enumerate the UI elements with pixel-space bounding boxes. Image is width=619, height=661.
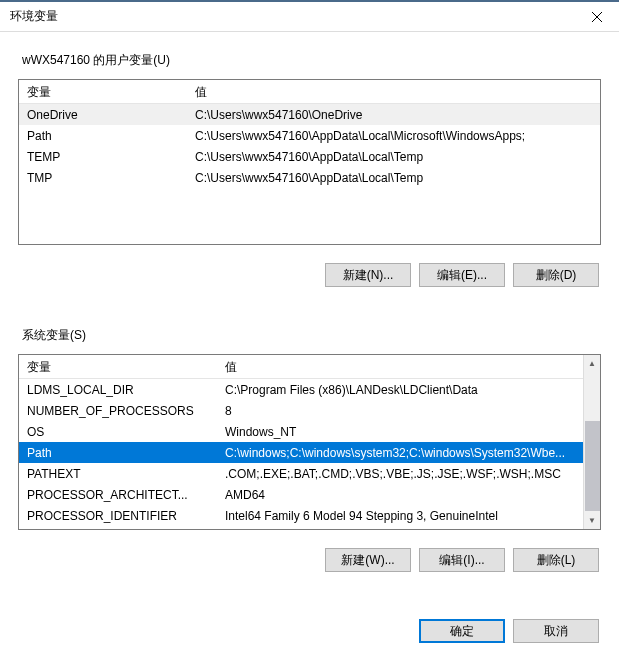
user-header-value[interactable]: 值 <box>187 80 600 103</box>
scroll-thumb[interactable] <box>585 421 600 511</box>
user-header-name[interactable]: 变量 <box>19 80 187 103</box>
user-vars-buttons: 新建(N)... 编辑(E)... 删除(D) <box>18 253 601 297</box>
var-name-cell: TMP <box>19 169 187 187</box>
var-name-cell: PATHEXT <box>19 465 217 483</box>
var-value-cell: .COM;.EXE;.BAT;.CMD;.VBS;.VBE;.JS;.JSE;.… <box>217 465 600 483</box>
var-name-cell: LDMS_LOCAL_DIR <box>19 381 217 399</box>
user-new-button[interactable]: 新建(N)... <box>325 263 411 287</box>
system-vars-list[interactable]: 变量 值 LDMS_LOCAL_DIRC:\Program Files (x86… <box>18 354 601 530</box>
var-name-cell: PROCESSOR_ARCHITECT... <box>19 486 217 504</box>
user-vars-list[interactable]: 变量 值 OneDriveC:\Users\wwx547160\OneDrive… <box>18 79 601 245</box>
var-value-cell: Windows_NT <box>217 423 600 441</box>
system-vars-rows: LDMS_LOCAL_DIRC:\Program Files (x86)\LAN… <box>19 379 600 526</box>
user-vars-label: wWX547160 的用户变量(U) <box>18 46 601 71</box>
table-row[interactable]: LDMS_LOCAL_DIRC:\Program Files (x86)\LAN… <box>19 379 600 400</box>
table-row[interactable]: NUMBER_OF_PROCESSORS8 <box>19 400 600 421</box>
table-row[interactable]: PATHEXT.COM;.EXE;.BAT;.CMD;.VBS;.VBE;.JS… <box>19 463 600 484</box>
table-row[interactable]: TMPC:\Users\wwx547160\AppData\Local\Temp <box>19 167 600 188</box>
system-vars-label: 系统变量(S) <box>18 321 601 346</box>
var-name-cell: PROCESSOR_IDENTIFIER <box>19 507 217 525</box>
env-vars-dialog: 环境变量 wWX547160 的用户变量(U) 变量 值 OneDriveC:\… <box>0 0 619 661</box>
ok-button[interactable]: 确定 <box>419 619 505 643</box>
table-row[interactable]: OneDriveC:\Users\wwx547160\OneDrive <box>19 104 600 125</box>
var-value-cell: 8 <box>217 402 600 420</box>
user-edit-button[interactable]: 编辑(E)... <box>419 263 505 287</box>
system-header-name[interactable]: 变量 <box>19 355 217 378</box>
close-button[interactable] <box>574 2 619 32</box>
dialog-footer: 确定 取消 <box>0 603 619 661</box>
titlebar: 环境变量 <box>0 2 619 32</box>
var-name-cell: OneDrive <box>19 106 187 124</box>
var-value-cell: C:\windows;C:\windows\system32;C:\window… <box>217 444 600 462</box>
system-vars-buttons: 新建(W)... 编辑(I)... 删除(L) <box>18 538 601 582</box>
var-value-cell: C:\Users\wwx547160\AppData\Local\Temp <box>187 148 600 166</box>
system-vars-headers: 变量 值 <box>19 355 600 379</box>
var-value-cell: C:\Users\wwx547160\AppData\Local\Microso… <box>187 127 600 145</box>
scroll-up-icon[interactable]: ▲ <box>584 355 601 372</box>
user-vars-rows: OneDriveC:\Users\wwx547160\OneDrivePathC… <box>19 104 600 188</box>
table-row[interactable]: OSWindows_NT <box>19 421 600 442</box>
var-name-cell: NUMBER_OF_PROCESSORS <box>19 402 217 420</box>
var-value-cell: C:\Users\wwx547160\OneDrive <box>187 106 600 124</box>
var-value-cell: C:\Users\wwx547160\AppData\Local\Temp <box>187 169 600 187</box>
table-row[interactable]: TEMPC:\Users\wwx547160\AppData\Local\Tem… <box>19 146 600 167</box>
var-name-cell: OS <box>19 423 217 441</box>
var-name-cell: Path <box>19 444 217 462</box>
var-value-cell: AMD64 <box>217 486 600 504</box>
system-header-value[interactable]: 值 <box>217 355 600 378</box>
table-row[interactable]: PROCESSOR_IDENTIFIERIntel64 Family 6 Mod… <box>19 505 600 526</box>
table-row[interactable]: PathC:\Users\wwx547160\AppData\Local\Mic… <box>19 125 600 146</box>
system-scrollbar[interactable]: ▲ ▼ <box>583 355 600 529</box>
cancel-button[interactable]: 取消 <box>513 619 599 643</box>
window-title: 环境变量 <box>10 8 574 25</box>
table-row[interactable]: PROCESSOR_ARCHITECT...AMD64 <box>19 484 600 505</box>
var-name-cell: Path <box>19 127 187 145</box>
var-name-cell: TEMP <box>19 148 187 166</box>
table-row[interactable]: PathC:\windows;C:\windows\system32;C:\wi… <box>19 442 600 463</box>
system-delete-button[interactable]: 删除(L) <box>513 548 599 572</box>
var-value-cell: C:\Program Files (x86)\LANDesk\LDClient\… <box>217 381 600 399</box>
dialog-content: wWX547160 的用户变量(U) 变量 值 OneDriveC:\Users… <box>0 32 619 603</box>
close-icon <box>592 12 602 22</box>
system-edit-button[interactable]: 编辑(I)... <box>419 548 505 572</box>
var-value-cell: Intel64 Family 6 Model 94 Stepping 3, Ge… <box>217 507 600 525</box>
user-delete-button[interactable]: 删除(D) <box>513 263 599 287</box>
user-vars-headers: 变量 值 <box>19 80 600 104</box>
system-new-button[interactable]: 新建(W)... <box>325 548 411 572</box>
scroll-down-icon[interactable]: ▼ <box>584 512 601 529</box>
